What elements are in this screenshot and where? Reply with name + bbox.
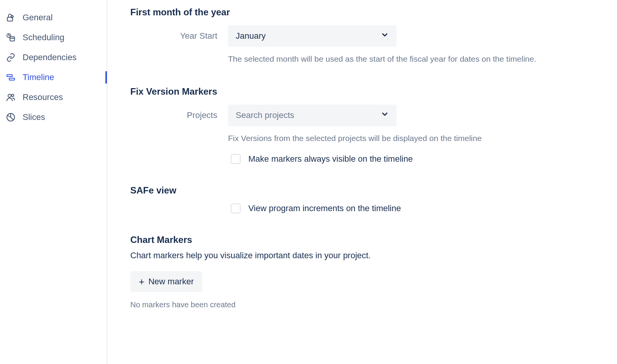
section-chart-markers: Chart Markers Chart markers help you vis… (130, 234, 617, 309)
select-placeholder: Search projects (236, 110, 294, 120)
chart-markers-desc: Chart markers help you visualize importa… (130, 251, 617, 261)
new-marker-button[interactable]: + New marker (130, 271, 202, 292)
projects-helper: Fix Versions from the selected projects … (228, 132, 482, 144)
no-markers-text: No markers have been created (130, 300, 617, 309)
sidebar-item-general[interactable]: General (6, 8, 107, 28)
program-increments-label: View program increments on the timeline (248, 203, 401, 213)
select-value: January (236, 31, 266, 41)
year-start-select[interactable]: January (228, 25, 397, 47)
section-title: Chart Markers (130, 234, 617, 245)
link-icon (6, 52, 16, 62)
sidebar-item-label: Dependencies (23, 52, 77, 62)
projects-select[interactable]: Search projects (228, 105, 397, 126)
svg-point-6 (11, 94, 14, 97)
sidebar-item-label: Slices (23, 112, 45, 122)
chevron-down-icon (381, 31, 389, 41)
svg-rect-4 (9, 78, 15, 80)
markers-visible-checkbox[interactable] (231, 154, 241, 164)
timeline-icon (6, 72, 16, 82)
sidebar-item-label: Timeline (23, 72, 54, 82)
section-safe-view: SAFe view View program increments on the… (130, 185, 617, 213)
section-title: Fix Version Markers (130, 86, 617, 97)
sidebar-item-scheduling[interactable]: Scheduling (6, 28, 107, 48)
svg-point-5 (8, 94, 11, 97)
section-fix-version-markers: Fix Version Markers Projects Search proj… (130, 86, 617, 164)
section-title: SAFe view (130, 185, 617, 196)
plus-icon: + (139, 277, 144, 287)
unlock-edit-icon (6, 13, 16, 23)
people-icon (6, 92, 16, 102)
sidebar-item-label: General (23, 13, 53, 23)
projects-label: Projects (130, 110, 228, 120)
svg-rect-3 (7, 75, 12, 77)
section-title: First month of the year (130, 7, 617, 18)
svg-rect-2 (10, 37, 15, 41)
sidebar-item-timeline[interactable]: Timeline (6, 67, 107, 87)
program-increments-checkbox[interactable] (231, 203, 241, 213)
sidebar-item-label: Resources (23, 92, 63, 102)
clock-calendar-icon (6, 33, 16, 43)
sidebar-item-label: Scheduling (23, 33, 64, 43)
button-label: New marker (148, 277, 194, 287)
main-content: First month of the year Year Start Janua… (107, 0, 617, 364)
year-start-helper: The selected month will be used as the s… (228, 53, 536, 65)
sidebar-item-dependencies[interactable]: Dependencies (6, 48, 107, 67)
pie-chart-icon (6, 112, 16, 122)
year-start-label: Year Start (130, 31, 228, 41)
sidebar-item-resources[interactable]: Resources (6, 87, 107, 107)
sidebar-item-slices[interactable]: Slices (6, 107, 107, 127)
sidebar: General Scheduling Dependencies (0, 0, 107, 364)
section-first-month: First month of the year Year Start Janua… (130, 7, 617, 65)
markers-visible-label: Make markers always visible on the timel… (248, 154, 413, 164)
chevron-down-icon (381, 110, 389, 121)
